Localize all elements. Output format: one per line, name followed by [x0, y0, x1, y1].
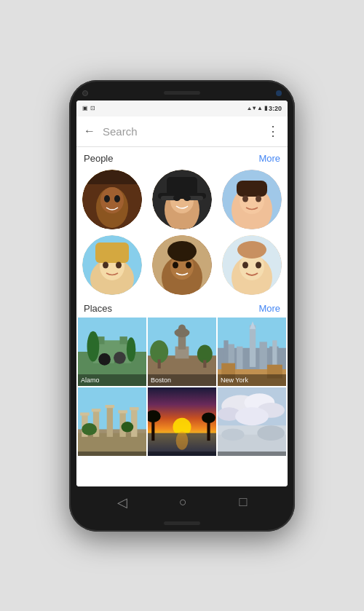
svg-point-111: [257, 425, 285, 441]
vibrate-icon: ⟁: [248, 105, 251, 111]
svg-point-108: [235, 407, 269, 425]
clock: 3:20: [269, 105, 282, 112]
person-3-face: [222, 170, 282, 229]
svg-rect-64: [158, 359, 161, 368]
person-1-cell[interactable]: [82, 170, 142, 229]
svg-point-44: [256, 261, 261, 268]
svg-point-37: [186, 261, 191, 268]
person-6-cell[interactable]: [222, 235, 282, 295]
place-boston-label: Boston: [148, 374, 216, 386]
status-right-icons: ⟁ ▾ ▲ ▮ 3:20: [248, 105, 282, 112]
places-section-title: Places: [84, 303, 112, 314]
svg-point-55: [114, 352, 126, 364]
person-5-cell[interactable]: [152, 235, 212, 295]
svg-point-36: [173, 261, 178, 268]
signal-icon: ▲: [257, 105, 263, 111]
phone-screen: ▣ ⊡ ⟁ ▾ ▲ ▮ 3:20 ← Search ⋮ People More: [76, 100, 288, 486]
svg-rect-87: [80, 412, 90, 415]
person-4-face: [82, 235, 142, 295]
svg-rect-73: [259, 342, 266, 371]
svg-point-15: [173, 195, 181, 201]
svg-point-22: [242, 195, 248, 202]
svg-rect-84: [107, 406, 113, 437]
svg-rect-72: [237, 346, 242, 370]
people-grid: [76, 167, 288, 297]
svg-point-110: [221, 428, 244, 441]
place-sunset-label: [148, 452, 216, 456]
svg-rect-28: [95, 243, 129, 263]
recent-nav-button[interactable]: □: [239, 494, 247, 510]
place-clouds-cell[interactable]: [218, 387, 286, 456]
place-boston-cell[interactable]: Boston: [148, 318, 216, 386]
svg-point-101: [202, 412, 215, 423]
person-6-face: [222, 235, 282, 295]
svg-point-29: [103, 261, 108, 268]
phone-home-indicator: [164, 521, 200, 525]
person-1-face: [82, 170, 142, 229]
nav-bar: ◁ ○ □: [76, 486, 288, 519]
status-left-icons: ▣ ⊡: [82, 105, 95, 111]
place-sunset-cell[interactable]: [148, 387, 216, 456]
person-3-cell[interactable]: [222, 170, 282, 229]
place-clouds-label: [218, 452, 286, 456]
svg-point-97: [176, 431, 189, 449]
svg-point-54: [98, 353, 111, 366]
svg-rect-88: [92, 409, 101, 411]
place-newyork-cell[interactable]: New York: [218, 318, 286, 386]
svg-point-52: [87, 331, 100, 361]
people-more-link[interactable]: More: [258, 153, 280, 164]
person-2-face: [152, 170, 212, 229]
svg-point-43: [242, 261, 248, 268]
search-input[interactable]: Search: [103, 125, 266, 138]
svg-point-42: [237, 241, 266, 259]
place-ruins-label: [78, 452, 146, 456]
front-camera: [82, 90, 88, 96]
search-bar[interactable]: ← Search ⋮: [76, 117, 288, 147]
place-alamo-label: Alamo: [78, 374, 146, 386]
person-2-cell[interactable]: [152, 170, 212, 229]
place-ruins-cell[interactable]: [78, 387, 146, 456]
svg-rect-68: [250, 325, 256, 366]
person-5-face: [152, 235, 212, 295]
svg-rect-49: [119, 336, 127, 344]
svg-rect-21: [237, 181, 267, 197]
people-section-title: People: [84, 153, 113, 164]
sensor: [276, 90, 282, 96]
place-newyork-label: New York: [218, 374, 286, 386]
status-bar: ▣ ⊡ ⟁ ▾ ▲ ▮ 3:20: [76, 100, 288, 117]
content-area: People More: [76, 147, 288, 486]
battery-icon: ▮: [264, 105, 267, 111]
svg-point-5: [104, 195, 110, 202]
svg-rect-65: [203, 360, 206, 367]
svg-point-16: [183, 195, 191, 201]
svg-rect-91: [130, 407, 139, 410]
wifi-icon: ▾: [253, 105, 256, 111]
places-more-link[interactable]: More: [258, 303, 280, 314]
svg-point-92: [82, 423, 97, 435]
svg-rect-86: [131, 409, 137, 437]
notification-icon: ▣: [82, 105, 88, 111]
svg-point-6: [114, 195, 120, 202]
svg-point-53: [127, 337, 136, 361]
svg-point-93: [122, 422, 134, 433]
svg-rect-90: [118, 410, 127, 413]
screenshot-icon: ⊡: [90, 105, 95, 111]
place-alamo-cell[interactable]: Alamo: [78, 318, 146, 386]
svg-rect-11: [167, 177, 197, 195]
earpiece-speaker: [164, 91, 200, 95]
svg-point-35: [167, 241, 197, 261]
people-section-header: People More: [76, 147, 288, 167]
person-4-cell[interactable]: [82, 235, 142, 295]
overflow-menu-button[interactable]: ⋮: [266, 123, 280, 139]
home-nav-button[interactable]: ○: [179, 494, 187, 510]
svg-point-23: [256, 195, 261, 202]
places-section-header: Places More: [76, 297, 288, 318]
phone-top-bar: [76, 90, 288, 100]
phone-device: ▣ ⊡ ⟁ ▾ ▲ ▮ 3:20 ← Search ⋮ People More: [69, 80, 295, 532]
svg-point-61: [178, 324, 186, 334]
svg-rect-89: [106, 405, 115, 408]
back-button[interactable]: ←: [84, 125, 95, 138]
svg-point-30: [116, 261, 122, 268]
places-grid: Alamo: [76, 318, 288, 456]
back-nav-button[interactable]: ◁: [117, 494, 127, 511]
